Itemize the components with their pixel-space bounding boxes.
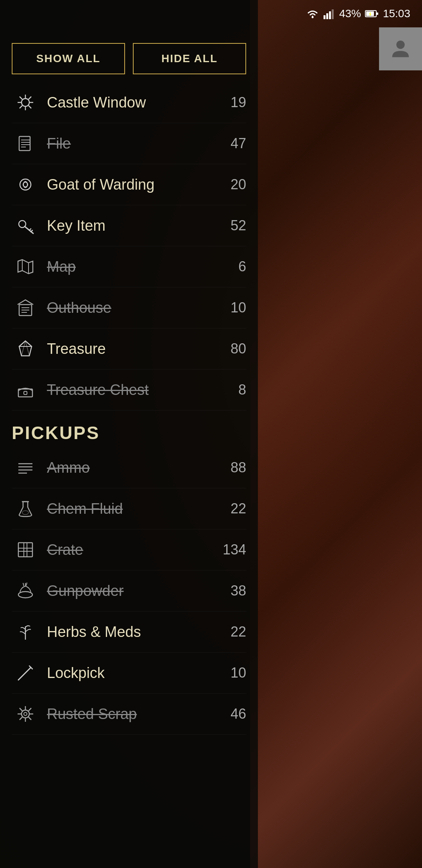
map-icon — [12, 255, 39, 278]
treasure-count: 80 — [215, 341, 246, 357]
list-item-file[interactable]: File 47 — [12, 123, 246, 164]
outhouse-count: 10 — [215, 299, 246, 316]
svg-line-59 — [18, 667, 31, 680]
svg-rect-42 — [24, 391, 27, 395]
lockpick-label: Lockpick — [47, 665, 215, 681]
key-item-icon — [12, 214, 39, 237]
svg-rect-4 — [332, 9, 334, 19]
svg-rect-2 — [326, 13, 328, 19]
avatar-icon — [388, 36, 413, 61]
svg-rect-49 — [18, 543, 32, 557]
svg-rect-3 — [329, 11, 331, 19]
list-item-chem-fluid[interactable]: Chem Fluid 22 — [12, 488, 246, 529]
svg-line-16 — [29, 97, 31, 99]
svg-line-14 — [20, 97, 22, 99]
pickups-section-title: PICKUPS — [12, 411, 246, 447]
file-icon — [12, 132, 39, 155]
goat-of-warding-label: Goat of Warding — [47, 176, 215, 193]
status-icons: 43% 15:03 — [306, 7, 410, 20]
svg-line-28 — [29, 229, 31, 230]
pickups-section: PICKUPS Ammo 88 — [0, 411, 258, 735]
treasure-icon — [12, 337, 39, 360]
svg-point-9 — [21, 99, 29, 106]
list-item-outhouse[interactable]: Outhouse 10 — [12, 287, 246, 328]
signal-icon — [324, 8, 335, 19]
ammo-count: 88 — [215, 459, 246, 476]
rusted-scrap-count: 46 — [215, 706, 246, 722]
list-item-crate[interactable]: Crate 134 — [12, 529, 246, 570]
key-item-count: 52 — [215, 217, 246, 234]
list-item-castle-window[interactable]: Castle Window 19 — [12, 82, 246, 123]
svg-line-56 — [26, 583, 27, 586]
gunpowder-count: 38 — [215, 583, 246, 599]
svg-rect-7 — [377, 13, 378, 15]
crate-label: Crate — [47, 542, 215, 558]
svg-line-17 — [20, 106, 22, 108]
list-item-rusted-scrap[interactable]: Rusted Scrap 46 — [12, 694, 246, 735]
lockpick-icon — [12, 661, 39, 685]
castle-window-icon — [12, 91, 39, 114]
svg-line-67 — [20, 708, 22, 711]
treasure-chest-icon — [12, 378, 39, 402]
svg-point-8 — [396, 41, 404, 49]
svg-marker-30 — [18, 260, 33, 274]
lockpick-count: 10 — [215, 665, 246, 681]
map-background-panel — [250, 0, 422, 868]
battery-icon — [365, 9, 379, 18]
castle-window-count: 19 — [215, 94, 246, 111]
list-item-herbs-meds[interactable]: Herbs & Meds 22 — [12, 612, 246, 653]
goat-of-warding-icon — [12, 173, 39, 196]
map-count: 6 — [215, 258, 246, 275]
svg-point-54 — [18, 592, 32, 598]
ammo-label: Ammo — [47, 459, 215, 476]
svg-line-70 — [20, 717, 22, 720]
outhouse-icon — [12, 296, 39, 319]
herbs-meds-label: Herbs & Meds — [47, 624, 215, 640]
gunpowder-label: Gunpowder — [47, 583, 215, 599]
svg-rect-41 — [18, 389, 32, 397]
file-label: File — [47, 135, 215, 152]
show-all-button[interactable]: SHOW ALL — [12, 43, 125, 74]
svg-line-55 — [23, 583, 24, 586]
herbs-meds-count: 22 — [215, 624, 246, 640]
goat-of-warding-count: 20 — [215, 176, 246, 193]
list-item-treasure[interactable]: Treasure 80 — [12, 328, 246, 369]
crate-count: 134 — [215, 542, 246, 558]
svg-point-0 — [311, 16, 313, 18]
svg-point-23 — [20, 179, 31, 190]
svg-point-61 — [21, 710, 29, 718]
list-item-key-item[interactable]: Key Item 52 — [12, 205, 246, 246]
status-bar: 43% 15:03 — [0, 0, 422, 27]
svg-line-27 — [25, 226, 33, 233]
svg-line-69 — [29, 708, 31, 711]
user-avatar-button[interactable] — [379, 27, 422, 70]
rusted-scrap-icon — [12, 702, 39, 726]
rusted-scrap-label: Rusted Scrap — [47, 706, 215, 723]
file-count: 47 — [215, 135, 246, 152]
list-item-lockpick[interactable]: Lockpick 10 — [12, 653, 246, 694]
time-display: 15:03 — [383, 7, 410, 20]
chem-fluid-label: Chem Fluid — [47, 500, 215, 517]
herbs-meds-icon — [12, 620, 39, 644]
svg-line-29 — [31, 230, 32, 232]
chem-fluid-count: 22 — [215, 500, 246, 517]
map-label: Map — [47, 258, 215, 275]
list-item-ammo[interactable]: Ammo 88 — [12, 447, 246, 488]
toggle-buttons-row: SHOW ALL HIDE ALL — [0, 35, 258, 82]
hide-all-button[interactable]: HIDE ALL — [133, 43, 246, 74]
list-item-goat-of-warding[interactable]: Goat of Warding 20 — [12, 164, 246, 205]
castle-window-label: Castle Window — [47, 94, 215, 111]
content-panel: SHOW ALL HIDE ALL Castle Window — [0, 0, 258, 868]
list-item-gunpowder[interactable]: Gunpowder 38 — [12, 570, 246, 612]
svg-point-48 — [22, 511, 29, 515]
svg-line-68 — [29, 717, 31, 720]
treasure-chest-label: Treasure Chest — [47, 382, 215, 398]
svg-rect-1 — [324, 15, 325, 19]
chem-fluid-icon — [12, 497, 39, 520]
treasure-chest-count: 8 — [215, 382, 246, 398]
list-item-map[interactable]: Map 6 — [12, 246, 246, 287]
battery-percent: 43% — [339, 7, 361, 20]
list-item-treasure-chest[interactable]: Treasure Chest 8 — [12, 369, 246, 411]
ammo-icon — [12, 456, 39, 479]
outhouse-label: Outhouse — [47, 299, 215, 316]
